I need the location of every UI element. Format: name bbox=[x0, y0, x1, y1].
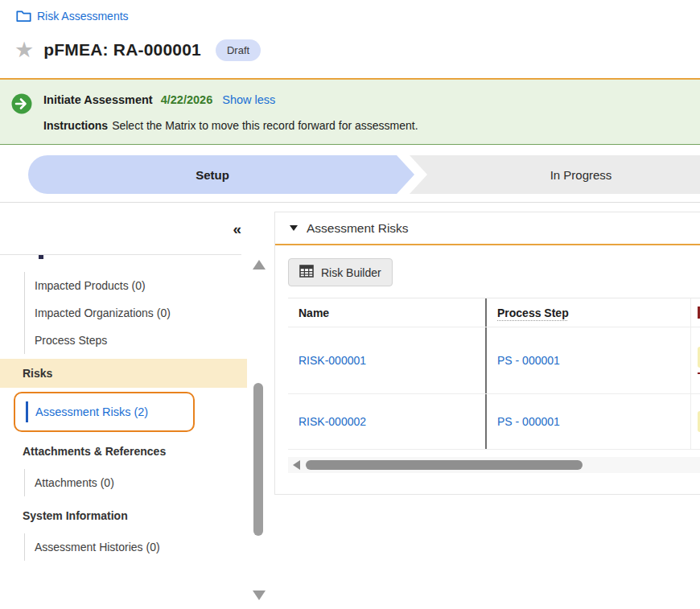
sidebar-section-attachments-references[interactable]: Attachments & References bbox=[0, 438, 274, 464]
stage-in-progress[interactable]: In Progress bbox=[410, 155, 700, 194]
workflow-banner: Initiate Assessment 4/22/2026 Show less … bbox=[0, 80, 700, 145]
folder-icon bbox=[16, 10, 31, 23]
selected-item-bar bbox=[26, 401, 28, 422]
table-header-row: Name Process Step bbox=[288, 298, 700, 327]
instructions-text: Select the Matrix to move this record fo… bbox=[112, 119, 418, 132]
sidebar-nav: Impacted Products (0) Impacted Organizat… bbox=[0, 255, 274, 561]
sidebar-item-impacted-products[interactable]: Impacted Products (0) bbox=[25, 272, 274, 299]
record-sidebar: « Impacted Products (0) Impacted Organiz… bbox=[0, 203, 274, 607]
nav-group-attachments: Attachments (0) bbox=[24, 469, 274, 496]
panel-header: Assessment Risks bbox=[275, 212, 700, 245]
clipped-cell bbox=[691, 394, 700, 449]
sidebar-item-attachments[interactable]: Attachments (0) bbox=[25, 469, 274, 496]
sidebar-item-assessment-histories[interactable]: Assessment Histories (0) bbox=[25, 533, 274, 561]
nav-group-system: Assessment Histories (0) bbox=[24, 533, 274, 561]
favorite-star-icon[interactable]: ★ bbox=[14, 39, 34, 61]
sidebar-item-assessment-risks[interactable]: Assessment Risks (2) bbox=[15, 401, 193, 422]
sidebar-scroll-down-icon[interactable] bbox=[253, 590, 266, 600]
workflow-banner-text: Initiate Assessment 4/22/2026 Show less … bbox=[43, 93, 418, 132]
nav-group-impact: Impacted Products (0) Impacted Organizat… bbox=[24, 272, 274, 354]
column-header-name[interactable]: Name bbox=[288, 298, 487, 327]
workflow-task-name: Initiate Assessment bbox=[43, 93, 153, 106]
horizontal-scrollbar bbox=[288, 457, 700, 473]
sidebar-scrollbar-thumb[interactable] bbox=[253, 383, 263, 536]
record-header: ★ pFMEA: RA-000001 Draft bbox=[0, 24, 700, 64]
sidebar-header: « bbox=[0, 203, 274, 254]
sidebar-scroll-up-icon[interactable] bbox=[253, 260, 266, 270]
risk-link[interactable]: RISK-000002 bbox=[299, 415, 366, 428]
assessment-risks-panel: Assessment Risks Risk Builder Name bbox=[274, 212, 700, 495]
assessment-risks-table: Name Process Step RISK-000001 PS - 00000… bbox=[288, 298, 700, 450]
sidebar-section-risks[interactable]: Risks bbox=[0, 359, 247, 388]
status-badge: Draft bbox=[216, 39, 261, 61]
clipped-cell bbox=[691, 327, 700, 393]
breadcrumb-link[interactable]: Risk Assessments bbox=[37, 10, 129, 23]
table-row[interactable]: RISK-000001 PS - 000001 bbox=[288, 327, 700, 394]
sidebar-item-impacted-organizations[interactable]: Impacted Organizations (0) bbox=[25, 299, 274, 327]
table-grid-icon bbox=[299, 265, 314, 280]
panel-body: Risk Builder Name Process Step RISK-0000… bbox=[275, 245, 700, 494]
panel-title: Assessment Risks bbox=[307, 221, 409, 236]
workflow-arrow-icon bbox=[11, 93, 32, 114]
scroll-left-icon[interactable] bbox=[293, 460, 300, 470]
show-less-link[interactable]: Show less bbox=[222, 93, 275, 106]
annotation-highlight: Assessment Risks (2) bbox=[14, 392, 195, 432]
clipped-nav-item-fragment bbox=[39, 255, 43, 259]
collapse-sidebar-icon[interactable]: « bbox=[233, 221, 241, 237]
risk-builder-button[interactable]: Risk Builder bbox=[288, 258, 393, 286]
column-header-clipped bbox=[691, 298, 700, 327]
column-header-process-step[interactable]: Process Step bbox=[487, 298, 691, 327]
collapse-section-icon[interactable] bbox=[290, 225, 298, 231]
sidebar-scroll-area: Impacted Products (0) Impacted Organizat… bbox=[0, 255, 274, 607]
page-title: pFMEA: RA-000001 bbox=[43, 40, 201, 60]
risk-link[interactable]: RISK-000001 bbox=[299, 354, 366, 367]
process-step-link[interactable]: PS - 000001 bbox=[497, 354, 560, 367]
workflow-due-date: 4/22/2026 bbox=[161, 93, 213, 106]
instructions-label: Instructions bbox=[43, 119, 108, 132]
horizontal-scrollbar-thumb[interactable] bbox=[306, 460, 583, 470]
sidebar-section-system-information[interactable]: System Information bbox=[0, 503, 274, 529]
sidebar-item-process-steps[interactable]: Process Steps bbox=[25, 327, 274, 354]
table-row[interactable]: RISK-000002 PS - 000001 bbox=[288, 394, 700, 450]
breadcrumb: Risk Assessments bbox=[0, 0, 700, 24]
stage-setup[interactable]: Setup bbox=[28, 155, 414, 194]
lifecycle-stage-bar: Setup In Progress bbox=[0, 155, 700, 194]
process-step-link[interactable]: PS - 000001 bbox=[497, 415, 560, 428]
